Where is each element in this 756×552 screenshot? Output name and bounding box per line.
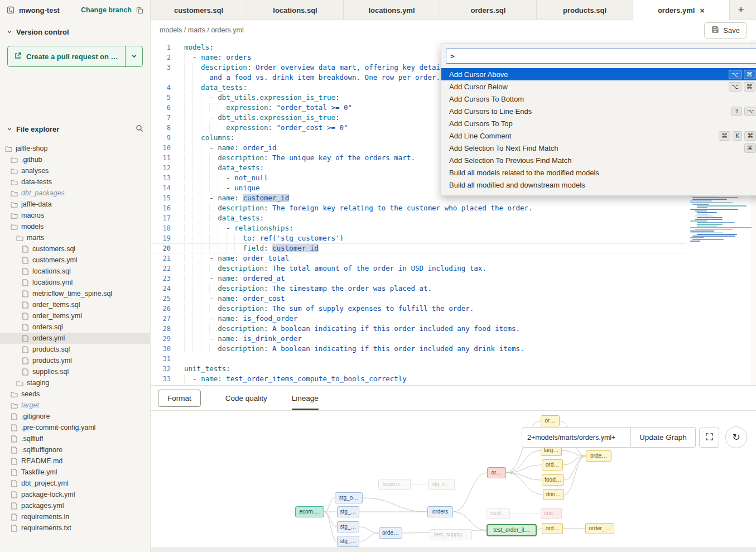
- tree-item-order_items.yml[interactable]: order_items.yml: [0, 310, 150, 321]
- code-line[interactable]: 17 data_tests:: [151, 213, 685, 223]
- code-line[interactable]: 26 description: The sum of supply expens…: [151, 304, 685, 314]
- lineage-node-stg-c-[interactable]: stg_c…: [428, 479, 455, 490]
- tree-item-.github[interactable]: .github: [0, 154, 150, 165]
- panel-tab-lineage[interactable]: Lineage: [292, 386, 319, 410]
- tree-item-requirements.in[interactable]: requirements.in: [0, 511, 150, 522]
- tab-customers.sql[interactable]: customers.sql: [151, 0, 247, 20]
- update-graph-button[interactable]: Update Graph: [631, 427, 696, 448]
- palette-item[interactable]: Add Cursor Below⌥⌘↓: [441, 80, 756, 93]
- tree-item-dbt_packages[interactable]: dbt_packages: [0, 188, 150, 199]
- lineage-node-or-[interactable]: or…: [541, 415, 560, 426]
- code-line[interactable]: 29 - name: is_drink_order: [151, 334, 685, 344]
- code-line[interactable]: 16 description: The foreign key relating…: [151, 203, 685, 213]
- tree-item-metricflow_time_spine.sql[interactable]: metricflow_time_spine.sql: [0, 288, 150, 299]
- palette-item[interactable]: Build all models related to the modified…: [441, 166, 756, 179]
- search-icon[interactable]: [136, 124, 143, 134]
- lineage-node-stg-[interactable]: stg_…: [337, 506, 359, 517]
- create-pr-main[interactable]: Create a pull request on Git...: [8, 46, 125, 66]
- lineage-node-orders[interactable]: orders: [427, 506, 453, 517]
- tree-item-analyses[interactable]: analyses: [0, 165, 150, 176]
- tree-item-target[interactable]: target: [0, 400, 150, 411]
- tree-item-package-lock.yml[interactable]: package-lock.yml: [0, 489, 150, 500]
- lineage-node-orde-[interactable]: orde…: [379, 527, 402, 539]
- command-palette-input[interactable]: [446, 49, 756, 64]
- tree-item-locations.sql[interactable]: locations.sql: [0, 266, 150, 277]
- lineage-node-cust-[interactable]: cust…: [487, 508, 510, 519]
- tree-item-order_items.sql[interactable]: order_items.sql: [0, 299, 150, 310]
- lineage-node-ecom-r-[interactable]: ecom.r…: [378, 479, 411, 490]
- code-line[interactable]: 33 - name: test_order_items_compute_to_b…: [151, 374, 685, 384]
- code-line[interactable]: 21 - name: order_total: [151, 253, 685, 263]
- palette-item[interactable]: Build all modified and downstream models: [441, 179, 756, 191]
- change-branch-link[interactable]: Change branch: [81, 6, 132, 14]
- code-line[interactable]: 19 to: ref('stg_customers'): [151, 233, 685, 243]
- create-pr-dropdown[interactable]: [125, 46, 142, 66]
- refresh-button[interactable]: ↻: [725, 426, 747, 448]
- tab-locations.sql[interactable]: locations.sql: [247, 0, 344, 20]
- palette-item[interactable]: Add Selection To Next Find Match⌘D: [441, 142, 756, 154]
- code-line[interactable]: 23 - name: ordered_at: [151, 273, 685, 284]
- tree-item-data-tests[interactable]: data-tests: [0, 176, 150, 188]
- palette-item[interactable]: Add Cursors To Top: [441, 117, 756, 129]
- tree-item-packages.yml[interactable]: packages.yml: [0, 500, 150, 511]
- lineage-node-ord-[interactable]: ord…: [542, 523, 563, 534]
- palette-item[interactable]: Add Cursors To Bottom: [441, 93, 756, 105]
- lineage-node-food-[interactable]: food…: [542, 474, 564, 486]
- code-line[interactable]: 27 - name: is_food_order: [151, 314, 685, 324]
- tree-item-requirements.txt[interactable]: requirements.txt: [0, 522, 150, 534]
- code-line[interactable]: 20 field: customer_id: [151, 243, 685, 253]
- tree-item-models[interactable]: models: [0, 221, 150, 232]
- tree-item-.sqlfluffignore[interactable]: .sqlfluffignore: [0, 444, 150, 455]
- code-line[interactable]: 18 - relationships:: [151, 223, 685, 233]
- tree-item-products.sql[interactable]: products.sql: [0, 344, 150, 355]
- code-line[interactable]: 32unit_tests:: [151, 364, 685, 374]
- lineage-node-orde-[interactable]: orde…: [586, 450, 611, 462]
- tree-item-.gitignore[interactable]: .gitignore: [0, 411, 150, 422]
- lineage-node-stg-[interactable]: stg_…: [337, 536, 359, 547]
- fullscreen-button[interactable]: [699, 428, 719, 448]
- tree-item-.sqlfluff[interactable]: .sqlfluff: [0, 433, 150, 444]
- tree-item-Taskfile.yml[interactable]: Taskfile.yml: [0, 467, 150, 478]
- panel-tab-code-quality[interactable]: Code quality: [225, 386, 267, 410]
- tree-item-orders.yml[interactable]: orders.yml: [0, 333, 150, 344]
- palette-item[interactable]: Add Cursors to Line Ends⇧⌥I: [441, 105, 756, 117]
- tree-item-customers.yml[interactable]: customers.yml: [0, 255, 150, 266]
- tree-item-products.yml[interactable]: products.yml: [0, 355, 150, 366]
- save-button[interactable]: Save: [704, 22, 747, 39]
- tree-item-locations.yml[interactable]: locations.yml: [0, 277, 150, 288]
- lineage-node-stg-o-[interactable]: stg_o…: [335, 492, 363, 503]
- lineage-node-test-supply-[interactable]: test_supply…: [430, 529, 472, 540]
- tree-item-macros[interactable]: macros: [0, 210, 150, 221]
- lineage-canvas[interactable]: Update Graph ↻ ecom.…stg_o…stg_…stg_…stg…: [151, 411, 756, 547]
- close-icon[interactable]: ×: [700, 6, 705, 15]
- version-control-header[interactable]: Version control: [7, 28, 143, 36]
- tree-item-marts[interactable]: marts: [0, 232, 150, 243]
- code-line[interactable]: 31: [151, 354, 685, 364]
- tab-orders.sql[interactable]: orders.sql: [440, 0, 537, 20]
- lineage-node-stg-[interactable]: stg_…: [337, 521, 359, 532]
- tab-locations.yml[interactable]: locations.yml: [344, 0, 440, 20]
- code-line[interactable]: 30 description: A boolean indicating if …: [151, 344, 685, 354]
- code-line[interactable]: 24 description: The timestamp the order …: [151, 284, 685, 294]
- create-pr-button[interactable]: Create a pull request on Git...: [7, 46, 143, 67]
- lineage-node-or-[interactable]: or…: [487, 467, 506, 478]
- lineage-node-test-order-it-[interactable]: test_order_it…: [487, 525, 536, 536]
- new-tab-button[interactable]: +: [730, 0, 752, 20]
- tree-item-orders.sql[interactable]: orders.sql: [0, 321, 150, 333]
- tab-products.sql[interactable]: products.sql: [537, 0, 633, 20]
- tree-item-jaffle-data[interactable]: jaffle-data: [0, 199, 150, 210]
- lineage-node-cus-[interactable]: cus…: [541, 508, 562, 519]
- palette-item[interactable]: Add Line Comment⌘K⌘C: [441, 129, 756, 142]
- tree-item-jaffle-shop[interactable]: jaffle-shop: [0, 143, 150, 154]
- tree-item-seeds[interactable]: seeds: [0, 388, 150, 400]
- tree-item-supplies.sql[interactable]: supplies.sql: [0, 366, 150, 377]
- code-line[interactable]: 25 - name: order_cost: [151, 294, 685, 304]
- lineage-node-ord-[interactable]: ord…: [542, 459, 563, 471]
- lineage-node-drin-[interactable]: drin…: [543, 489, 564, 500]
- code-line[interactable]: 28 description: A boolean indicating if …: [151, 324, 685, 334]
- lineage-node-order-[interactable]: order_…: [585, 523, 614, 534]
- format-button[interactable]: Format: [158, 390, 201, 407]
- palette-item[interactable]: Add Cursor Above⌥⌘↑: [441, 68, 756, 80]
- tree-item-.pre-commit-config.yaml[interactable]: .pre-commit-config.yaml: [0, 422, 150, 433]
- tab-orders.yml[interactable]: orders.yml×: [633, 0, 730, 20]
